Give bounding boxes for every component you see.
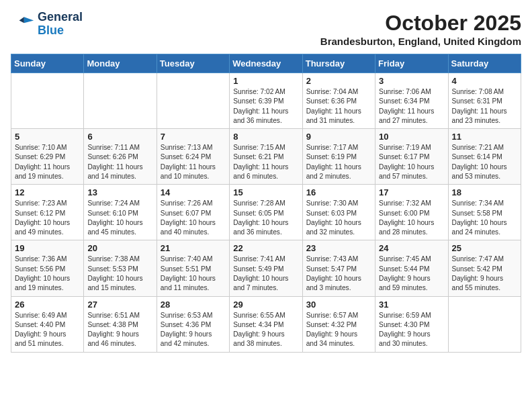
logo-line1: General — [38, 11, 83, 24]
day-info: Sunrise: 7:06 AM Sunset: 6:34 PM Dayligh… — [379, 87, 444, 126]
calendar-cell: 1Sunrise: 7:02 AM Sunset: 6:39 PM Daylig… — [230, 73, 302, 129]
calendar-cell — [11, 73, 84, 129]
logo: General Blue — [11, 11, 83, 38]
column-header-wednesday: Wednesday — [230, 54, 302, 73]
day-number: 5 — [15, 132, 80, 142]
svg-marker-1 — [19, 17, 24, 23]
svg-marker-0 — [24, 17, 34, 23]
logo-text: General Blue — [38, 11, 83, 38]
day-number: 8 — [233, 132, 298, 142]
calendar-week-4: 26Sunrise: 6:49 AM Sunset: 4:40 PM Dayli… — [11, 296, 521, 352]
day-info: Sunrise: 7:28 AM Sunset: 6:05 PM Dayligh… — [233, 199, 298, 237]
column-header-sunday: Sunday — [11, 54, 84, 73]
calendar-cell: 25Sunrise: 7:47 AM Sunset: 5:42 PM Dayli… — [448, 240, 521, 296]
day-info: Sunrise: 7:32 AM Sunset: 6:00 PM Dayligh… — [379, 199, 444, 237]
calendar-cell: 6Sunrise: 7:11 AM Sunset: 6:26 PM Daylig… — [84, 129, 157, 185]
calendar-cell: 22Sunrise: 7:41 AM Sunset: 5:49 PM Dayli… — [230, 240, 302, 296]
day-info: Sunrise: 7:45 AM Sunset: 5:44 PM Dayligh… — [379, 255, 444, 293]
day-info: Sunrise: 6:55 AM Sunset: 4:34 PM Dayligh… — [233, 311, 298, 349]
day-number: 3 — [379, 76, 444, 86]
day-info: Sunrise: 7:38 AM Sunset: 5:53 PM Dayligh… — [87, 255, 152, 293]
calendar-cell: 31Sunrise: 6:59 AM Sunset: 4:30 PM Dayli… — [375, 296, 448, 352]
calendar-cell: 19Sunrise: 7:36 AM Sunset: 5:56 PM Dayli… — [11, 240, 84, 296]
calendar-cell: 20Sunrise: 7:38 AM Sunset: 5:53 PM Dayli… — [84, 240, 157, 296]
calendar-cell: 11Sunrise: 7:21 AM Sunset: 6:14 PM Dayli… — [448, 129, 521, 185]
day-info: Sunrise: 7:47 AM Sunset: 5:42 PM Dayligh… — [452, 255, 517, 293]
calendar-week-3: 19Sunrise: 7:36 AM Sunset: 5:56 PM Dayli… — [11, 240, 521, 296]
day-info: Sunrise: 7:24 AM Sunset: 6:10 PM Dayligh… — [87, 199, 152, 237]
day-info: Sunrise: 7:41 AM Sunset: 5:49 PM Dayligh… — [233, 255, 298, 293]
day-info: Sunrise: 7:11 AM Sunset: 6:26 PM Dayligh… — [87, 143, 152, 181]
calendar-cell: 4Sunrise: 7:08 AM Sunset: 6:31 PM Daylig… — [448, 73, 521, 129]
day-info: Sunrise: 6:57 AM Sunset: 4:32 PM Dayligh… — [306, 311, 371, 349]
day-info: Sunrise: 6:59 AM Sunset: 4:30 PM Dayligh… — [379, 311, 444, 349]
day-number: 26 — [15, 300, 80, 310]
calendar-cell: 7Sunrise: 7:13 AM Sunset: 6:24 PM Daylig… — [157, 129, 229, 185]
day-info: Sunrise: 7:40 AM Sunset: 5:51 PM Dayligh… — [161, 255, 226, 293]
calendar-cell: 15Sunrise: 7:28 AM Sunset: 6:05 PM Dayli… — [230, 185, 302, 240]
calendar-cell: 24Sunrise: 7:45 AM Sunset: 5:44 PM Dayli… — [375, 240, 448, 296]
column-header-monday: Monday — [84, 54, 157, 73]
column-header-thursday: Thursday — [302, 54, 375, 73]
month-title: October 2025 — [320, 11, 521, 36]
calendar-cell: 10Sunrise: 7:19 AM Sunset: 6:17 PM Dayli… — [375, 129, 448, 185]
day-number: 25 — [452, 243, 517, 253]
day-info: Sunrise: 7:19 AM Sunset: 6:17 PM Dayligh… — [379, 143, 444, 181]
calendar-cell: 3Sunrise: 7:06 AM Sunset: 6:34 PM Daylig… — [375, 73, 448, 129]
calendar-cell: 14Sunrise: 7:26 AM Sunset: 6:07 PM Dayli… — [157, 185, 229, 240]
day-info: Sunrise: 7:23 AM Sunset: 6:12 PM Dayligh… — [15, 199, 80, 237]
calendar-cell: 9Sunrise: 7:17 AM Sunset: 6:19 PM Daylig… — [302, 129, 375, 185]
calendar-cell: 26Sunrise: 6:49 AM Sunset: 4:40 PM Dayli… — [11, 296, 84, 352]
day-number: 18 — [452, 187, 517, 197]
day-number: 31 — [379, 300, 444, 310]
day-number: 12 — [15, 187, 80, 197]
day-number: 14 — [161, 187, 226, 197]
day-info: Sunrise: 7:36 AM Sunset: 5:56 PM Dayligh… — [15, 255, 80, 293]
day-number: 7 — [161, 132, 226, 142]
calendar-cell — [157, 73, 229, 129]
day-info: Sunrise: 7:10 AM Sunset: 6:29 PM Dayligh… — [15, 143, 80, 181]
day-number: 22 — [233, 243, 298, 253]
day-number: 4 — [452, 76, 517, 86]
column-header-friday: Friday — [375, 54, 448, 73]
day-number: 24 — [379, 243, 444, 253]
calendar-table: SundayMondayTuesdayWednesdayThursdayFrid… — [11, 54, 521, 353]
column-header-saturday: Saturday — [448, 54, 521, 73]
logo-line2: Blue — [38, 24, 83, 38]
calendar-cell — [84, 73, 157, 129]
day-info: Sunrise: 7:26 AM Sunset: 6:07 PM Dayligh… — [161, 199, 226, 237]
day-info: Sunrise: 7:02 AM Sunset: 6:39 PM Dayligh… — [233, 87, 298, 126]
calendar-cell: 13Sunrise: 7:24 AM Sunset: 6:10 PM Dayli… — [84, 185, 157, 240]
calendar-cell: 2Sunrise: 7:04 AM Sunset: 6:36 PM Daylig… — [302, 73, 375, 129]
calendar-cell: 16Sunrise: 7:30 AM Sunset: 6:03 PM Dayli… — [302, 185, 375, 240]
calendar-week-2: 12Sunrise: 7:23 AM Sunset: 6:12 PM Dayli… — [11, 185, 521, 240]
calendar-cell: 17Sunrise: 7:32 AM Sunset: 6:00 PM Dayli… — [375, 185, 448, 240]
calendar-cell: 29Sunrise: 6:55 AM Sunset: 4:34 PM Dayli… — [230, 296, 302, 352]
day-info: Sunrise: 7:34 AM Sunset: 5:58 PM Dayligh… — [452, 199, 517, 237]
calendar-week-0: 1Sunrise: 7:02 AM Sunset: 6:39 PM Daylig… — [11, 73, 521, 129]
calendar-cell: 21Sunrise: 7:40 AM Sunset: 5:51 PM Dayli… — [157, 240, 229, 296]
location: Brandesburton, England, United Kingdom — [320, 36, 521, 47]
calendar-cell: 12Sunrise: 7:23 AM Sunset: 6:12 PM Dayli… — [11, 185, 84, 240]
day-info: Sunrise: 7:15 AM Sunset: 6:21 PM Dayligh… — [233, 143, 298, 181]
calendar-cell — [448, 296, 521, 352]
header: General Blue October 2025 Brandesburton,… — [11, 11, 521, 47]
day-info: Sunrise: 7:13 AM Sunset: 6:24 PM Dayligh… — [161, 143, 226, 181]
day-number: 16 — [306, 187, 371, 197]
calendar-cell: 27Sunrise: 6:51 AM Sunset: 4:38 PM Dayli… — [84, 296, 157, 352]
calendar-cell: 28Sunrise: 6:53 AM Sunset: 4:36 PM Dayli… — [157, 296, 229, 352]
day-info: Sunrise: 7:43 AM Sunset: 5:47 PM Dayligh… — [306, 255, 371, 293]
day-number: 17 — [379, 187, 444, 197]
day-info: Sunrise: 7:04 AM Sunset: 6:36 PM Dayligh… — [306, 87, 371, 126]
day-info: Sunrise: 6:53 AM Sunset: 4:36 PM Dayligh… — [161, 311, 226, 349]
calendar-cell: 23Sunrise: 7:43 AM Sunset: 5:47 PM Dayli… — [302, 240, 375, 296]
day-info: Sunrise: 7:08 AM Sunset: 6:31 PM Dayligh… — [452, 87, 517, 126]
day-number: 27 — [87, 300, 152, 310]
day-number: 1 — [233, 76, 298, 86]
day-number: 28 — [161, 300, 226, 310]
logo-icon — [11, 12, 35, 36]
calendar-cell: 18Sunrise: 7:34 AM Sunset: 5:58 PM Dayli… — [448, 185, 521, 240]
day-number: 21 — [161, 243, 226, 253]
calendar-header-row: SundayMondayTuesdayWednesdayThursdayFrid… — [11, 54, 521, 73]
column-header-tuesday: Tuesday — [157, 54, 229, 73]
